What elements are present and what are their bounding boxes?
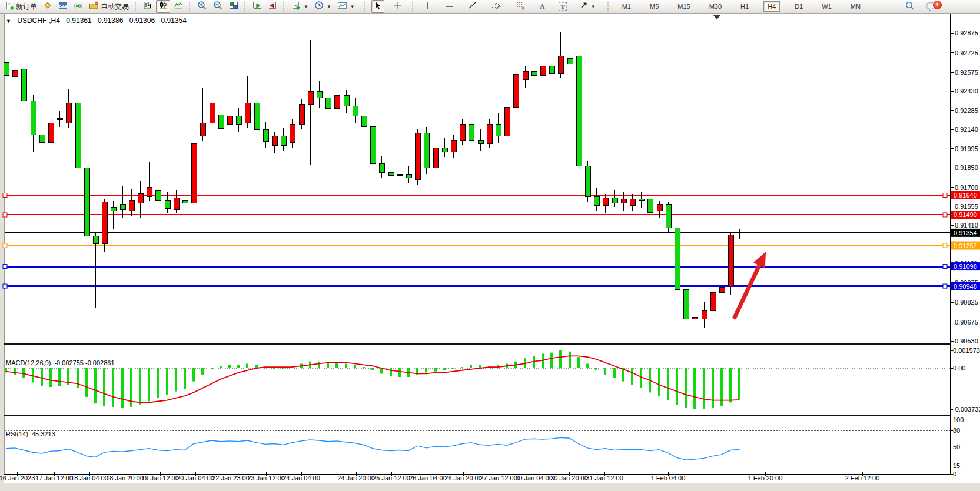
new-order-label: 新订单 [16, 2, 37, 12]
candle [182, 201, 188, 203]
svg-text:50: 50 [953, 443, 960, 450]
equidistant-channel-tool[interactable]: E [489, 0, 504, 13]
svg-text:19 Jan 12:00: 19 Jan 12:00 [141, 475, 179, 482]
candle [531, 72, 537, 76]
crosshair-tool-button[interactable] [391, 0, 405, 13]
macd-bar [577, 357, 580, 368]
zoom-out-button[interactable] [211, 0, 225, 13]
candle [236, 116, 241, 124]
macd-bar [712, 368, 714, 408]
timeframe-D1[interactable]: D1 [790, 1, 807, 12]
indicators-dropdown[interactable]: ▼ [335, 0, 357, 13]
ohlc-close: 0.91354 [161, 16, 186, 25]
candle [433, 148, 438, 168]
chevron-down-icon: ▼ [304, 4, 308, 9]
candle [478, 140, 483, 144]
bar-chart-button[interactable] [141, 0, 155, 13]
navigator-button[interactable] [71, 0, 85, 13]
macd-bar [220, 366, 222, 368]
macd-bar [103, 368, 105, 406]
candle [612, 198, 617, 203]
line-anchor [943, 243, 947, 248]
new-chart-dropdown[interactable]: ▼ [289, 0, 311, 13]
timeframe-M1[interactable]: M1 [618, 1, 635, 12]
horizontal-line-icon [444, 1, 454, 12]
timeframe-H1[interactable]: H1 [736, 1, 753, 12]
candle [585, 166, 590, 196]
new-chart-icon [291, 1, 301, 12]
chart-shift-button[interactable] [265, 0, 280, 13]
candle [460, 124, 465, 140]
arrows-dropdown[interactable]: ▼ [577, 0, 598, 13]
bar-chart-icon [143, 1, 152, 12]
chart-expander-icon[interactable]: ▼ [6, 18, 11, 24]
macd-bar [335, 363, 338, 368]
candle [692, 318, 697, 319]
toolbar-grip [189, 2, 191, 11]
candle [334, 95, 340, 108]
timeframe-H4[interactable]: H4 [763, 1, 780, 12]
cursor-tool-button[interactable] [371, 0, 384, 13]
timeframe-M5[interactable]: M5 [646, 1, 663, 12]
horizontal-line-tool[interactable] [442, 0, 456, 13]
macd-bar [201, 368, 204, 375]
profiles-dropdown[interactable]: ▼ [312, 0, 334, 13]
candle [513, 74, 519, 107]
zoom-in-button[interactable] [195, 0, 210, 13]
zoom-out-icon [213, 1, 223, 13]
candle [325, 98, 331, 109]
timeframe-M15[interactable]: M15 [673, 1, 694, 12]
rsi-name: RSI(14) [6, 430, 28, 437]
data-window-button[interactable] [56, 0, 70, 13]
candle [290, 124, 295, 142]
svg-text:0.001573: 0.001573 [953, 347, 980, 354]
new-order-button[interactable]: 新订单 [3, 0, 39, 13]
auto-scroll-button[interactable] [250, 0, 264, 13]
text-label-tool[interactable]: T [556, 0, 569, 13]
crosshair-icon [393, 1, 403, 12]
macd-bar [211, 368, 213, 369]
candle [370, 127, 376, 164]
line-chart-button[interactable] [171, 0, 185, 13]
auto-trading-button[interactable]: 自动交易 [87, 0, 131, 13]
toolbar-grip [607, 2, 610, 11]
macd-bar [14, 368, 16, 375]
indicators-icon [337, 1, 347, 12]
text-tool[interactable]: A [537, 0, 547, 13]
macd-bar [658, 368, 660, 396]
tile-windows-button[interactable] [227, 0, 241, 13]
candle [451, 140, 456, 152]
market-watch-button[interactable] [41, 0, 55, 13]
candle [406, 174, 411, 178]
rsi-value: 45.3213 [32, 430, 55, 437]
candle [558, 56, 563, 73]
candle [84, 168, 89, 236]
macd-bar [569, 352, 571, 368]
candle [111, 207, 116, 211]
trendline-tool[interactable] [466, 0, 480, 13]
toolbar-grip [135, 2, 137, 11]
svg-text:0.92575: 0.92575 [955, 69, 978, 76]
macd-bar [586, 363, 589, 368]
search-button[interactable] [902, 1, 918, 14]
new-order-icon [5, 1, 14, 12]
macd-bar [112, 368, 114, 407]
macd-bar [246, 363, 248, 368]
svg-text:16 Jan 2023: 16 Jan 2023 [0, 475, 35, 482]
timeframe-M30[interactable]: M30 [705, 1, 726, 12]
candle [540, 66, 546, 76]
candle [308, 91, 313, 104]
macd-bar [434, 368, 437, 372]
vertical-line-tool[interactable] [422, 0, 433, 13]
timeframe-W1[interactable]: W1 [818, 1, 836, 12]
candle [603, 198, 608, 205]
candlestick-chart-button[interactable] [156, 0, 170, 13]
candle [317, 91, 322, 98]
fibonacci-tool[interactable]: F [513, 0, 528, 13]
candle [487, 124, 492, 144]
timeframe-MN[interactable]: MN [846, 1, 865, 12]
price-chart-canvas[interactable]: 0.928750.927250.925750.924300.922850.921… [0, 14, 980, 491]
notifications-button[interactable]: 1 [924, 1, 943, 14]
macd-bar [390, 368, 392, 376]
svg-text:0.91490: 0.91490 [954, 211, 977, 218]
